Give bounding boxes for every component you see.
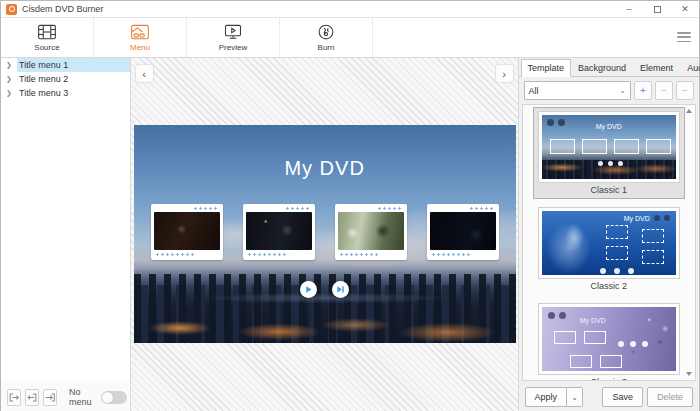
tab-menu[interactable]: Menu (94, 18, 187, 57)
add-title-menu-button[interactable] (7, 389, 21, 406)
video-thumbnail-4[interactable] (427, 204, 499, 260)
menu-frame-box (642, 229, 664, 243)
tab-audio[interactable]: Audio (680, 59, 700, 77)
skip-next-icon (336, 285, 345, 294)
frame-ornament-dots (470, 207, 494, 210)
template-menu-title: My DVD (580, 317, 606, 324)
dvd-menu-canvas[interactable]: My DVD (134, 125, 516, 343)
app-window: Cisdem DVD Burner – ✕ Source Menu Previe… (0, 0, 700, 411)
no-menu-label: No menu (69, 387, 92, 407)
delete-button[interactable]: Delete (647, 387, 693, 407)
scroll-up-icon[interactable] (686, 109, 692, 113)
remove-template-button[interactable]: − (655, 81, 673, 100)
template-name: Classic 1 (538, 182, 680, 196)
tab-background[interactable]: Background (571, 59, 633, 77)
chevron-right-icon[interactable]: ❯ (1, 89, 17, 97)
tab-preview[interactable]: Preview (187, 18, 280, 57)
arrow-in-left-button[interactable] (25, 389, 39, 406)
template-filter-row: All ⌄ + − − (524, 81, 694, 100)
next-menu-button[interactable]: › (496, 65, 513, 82)
template-item-classic-1[interactable]: My DVD Classic 1 (533, 107, 685, 199)
frame-ornament-dots (194, 207, 218, 210)
video-frame-image (430, 212, 496, 250)
sidebar-footer: No menu (1, 383, 130, 411)
menu-frame-box (646, 139, 671, 154)
menu-frame-box (550, 139, 575, 154)
template-name: Classic 3 (538, 374, 680, 381)
tab-element[interactable]: Element (633, 59, 680, 77)
menu-frame-box (614, 139, 639, 154)
select-value: All (529, 86, 539, 96)
chevron-right-icon[interactable]: ❯ (1, 61, 17, 69)
menu-frame-box (600, 355, 622, 368)
menu-frame-box (570, 355, 592, 368)
menu-button-dot (598, 161, 603, 166)
frame-ornament-dots (432, 253, 470, 256)
video-thumbnail-3[interactable] (335, 204, 407, 260)
nav-circle-icon (559, 312, 566, 319)
close-button[interactable]: ✕ (671, 1, 699, 17)
nav-circle-icon (654, 215, 660, 221)
apply-button[interactable]: Apply (525, 387, 568, 407)
template-scrollbar[interactable] (683, 106, 694, 379)
add-template-button[interactable]: + (634, 81, 652, 100)
preview-monitor-icon (223, 23, 243, 41)
menu-frame-box (554, 331, 576, 344)
template-thumbnail: My DVD (539, 208, 679, 278)
content-area: ❯ Title menu 1 ❯ Title menu 2 ❯ Title me… (1, 58, 699, 411)
sidebar-item-title-menu-2[interactable]: ❯ Title menu 2 (1, 72, 130, 86)
dvd-menu-title[interactable]: My DVD (134, 157, 516, 180)
nav-circle-icon (548, 312, 555, 319)
maximize-button[interactable] (643, 1, 671, 17)
minimize-button[interactable]: – (615, 1, 643, 17)
skip-next-button[interactable] (332, 281, 349, 298)
tab-source[interactable]: Source (1, 18, 94, 57)
sidebar-item-label: Title menu 2 (17, 72, 130, 86)
city-skyline-image (134, 268, 516, 343)
scroll-down-icon[interactable] (686, 372, 692, 376)
menu-layout-icon (130, 23, 150, 41)
template-item-classic-2[interactable]: My DVD Classic 2 (533, 203, 685, 295)
video-thumbnail-row (134, 204, 516, 260)
video-frame-image (338, 212, 404, 250)
video-frame-image (246, 212, 312, 250)
video-thumbnail-1[interactable] (151, 204, 223, 260)
sidebar-item-title-menu-1[interactable]: ❯ Title menu 1 (1, 58, 130, 72)
previous-menu-button[interactable]: ‹ (136, 65, 153, 82)
menu-editor-area: ‹ › My DVD (131, 58, 518, 411)
menu-button-dot (608, 161, 613, 166)
menu-frame-box (642, 250, 664, 264)
hamburger-menu-icon[interactable] (677, 32, 691, 42)
tab-burn-label: Burn (318, 43, 335, 52)
menu-button-dot (614, 268, 620, 274)
menu-button-dot (630, 341, 636, 347)
tab-menu-label: Menu (130, 43, 150, 52)
style-panel-tabs: Template Background Element Audio (519, 58, 699, 77)
menu-button-dot (618, 341, 624, 347)
clear-template-button[interactable]: − (676, 81, 694, 100)
frame-ornament-dots (156, 253, 194, 256)
menu-frame-box (606, 246, 628, 260)
frame-ornament-dots (248, 253, 286, 256)
sidebar-item-label: Title menu 3 (17, 86, 130, 100)
save-button[interactable]: Save (602, 387, 643, 407)
tab-burn[interactable]: Burn (280, 18, 373, 57)
toggle-knob (102, 392, 113, 403)
title-menu-sidebar: ❯ Title menu 1 ❯ Title menu 2 ❯ Title me… (1, 58, 131, 411)
template-name: Classic 2 (538, 278, 680, 292)
template-thumbnail: My DVD (539, 112, 679, 182)
chevron-right-icon[interactable]: ❯ (1, 75, 17, 83)
menu-button-dot (628, 268, 634, 274)
menu-button-dot (618, 161, 623, 166)
template-category-select[interactable]: All ⌄ (524, 81, 631, 100)
no-menu-toggle[interactable] (101, 391, 127, 404)
template-item-classic-3[interactable]: My DVD Classic 3 (533, 299, 685, 381)
frame-ornament-dots (378, 207, 402, 210)
play-button[interactable] (300, 281, 317, 298)
tab-source-label: Source (34, 43, 59, 52)
sidebar-item-title-menu-3[interactable]: ❯ Title menu 3 (1, 86, 130, 100)
apply-options-button[interactable]: ⌄ (567, 387, 583, 407)
video-thumbnail-2[interactable] (243, 204, 315, 260)
arrow-in-right-button[interactable] (43, 389, 57, 406)
tab-template[interactable]: Template (521, 59, 572, 77)
